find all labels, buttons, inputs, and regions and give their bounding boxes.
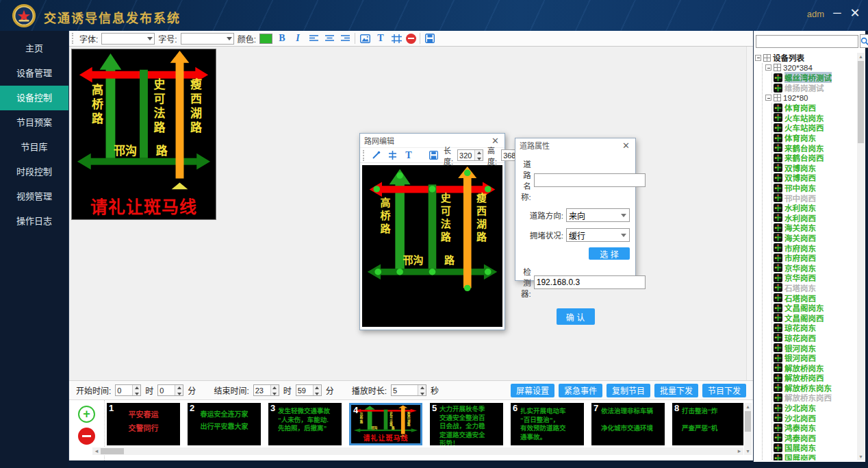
align-left-button[interactable] [307,32,320,45]
toolbar-grip[interactable] [363,150,364,161]
spin-down-icon[interactable] [133,391,140,396]
save-button[interactable] [424,32,436,45]
device-search-button[interactable] [860,34,868,48]
spin-up-icon[interactable] [314,385,321,391]
add-node-button[interactable] [386,149,398,162]
device-tree-item[interactable]: 鸿泰岗西 [774,433,856,443]
playlist-vertical-scrollbar[interactable]: ▴ ▾ [744,403,752,455]
sidebar-item-device-control[interactable]: 设备控制 [0,86,68,110]
draw-road-button[interactable] [370,149,382,162]
scroll-right-icon[interactable]: ▸ [735,447,743,455]
italic-button[interactable]: I [292,32,304,45]
spin-down-icon[interactable] [314,391,321,396]
spin-down-icon[interactable] [475,156,483,161]
sidebar-item-program-library[interactable]: 节目库 [0,135,68,160]
color-swatch[interactable] [259,34,272,44]
device-tree-item[interactable]: 水利岗东 [774,203,856,213]
start-minute-spinner[interactable]: 0 [157,384,183,396]
close-button[interactable]: ✕ [847,5,863,21]
batch-send-button[interactable]: 批量下发 [654,384,698,397]
road-name-field[interactable] [534,173,646,187]
spin-up-icon[interactable] [175,385,183,391]
toolbar-grip[interactable] [72,33,75,44]
confirm-button[interactable]: 确 认 [557,308,595,325]
device-tree-item[interactable]: 银河岗东 [774,343,856,353]
device-tree-item[interactable]: 文昌阁岗西 [774,312,856,323]
road-direction-select[interactable]: 来向 [566,208,630,222]
end-hour-spinner[interactable]: 23 [253,384,279,396]
program-thumbnail-1[interactable]: 1 平安春运 交警同行 [107,403,180,445]
sidebar-item-operation-log[interactable]: 操作日志 [0,209,68,234]
device-tree-item[interactable]: 解放桥岗西 [774,373,856,383]
editor-save-button[interactable] [427,149,439,162]
device-tree-item[interactable]: 火车站岗东 [774,113,856,123]
insert-image-button[interactable] [359,32,371,45]
spin-up-icon[interactable] [418,385,426,391]
copy-program-button[interactable]: 复制节目 [607,384,650,397]
device-tree-item[interactable]: 双博岗西 [774,173,856,183]
device-group-320x384[interactable]: 320*384 [765,63,856,73]
dialog-titlebar[interactable]: 道路属性 ✕ [515,138,635,152]
sidebar-item-device-management[interactable]: 设备管理 [0,61,68,86]
insert-text-button[interactable]: T [374,32,387,45]
canvas-vertical-scrollbar[interactable] [746,47,753,380]
device-tree-item[interactable]: 体育岗西 [774,103,856,113]
program-thumbnail-3[interactable]: 3 发生轻微交通事故 “人未伤，车能动. 先拍照，后撤离” [268,403,342,445]
screen-settings-button[interactable]: 屏幕设置 [511,384,554,397]
align-right-button[interactable] [339,32,351,45]
sidebar-item-home[interactable]: 主页 [0,36,68,61]
play-duration-spinner[interactable]: 5 [391,384,426,396]
scrollbar-thumb[interactable] [101,448,124,454]
program-thumbnail-5[interactable]: 5 大力开展秋冬季 交通安全整治百 日会战，全力稳 定道路交通安全 形势！ [430,403,503,445]
sidebar-item-program-plan[interactable]: 节目预案 [0,110,68,135]
device-tree-item[interactable]: 双博岗东 [774,163,856,173]
scroll-down-icon[interactable]: ▾ [857,453,865,460]
congestion-select[interactable]: 缓行 [566,228,630,242]
editor-text-button[interactable]: T [403,149,415,162]
sidebar-item-timeslot-control[interactable]: 时段控制 [0,160,68,184]
device-search-input[interactable] [756,35,858,48]
playlist-horizontal-scrollbar[interactable]: ◂ ▸ [92,447,743,455]
scroll-left-icon[interactable]: ◂ [92,447,101,455]
device-tree-item[interactable]: 石塔岗东 [774,283,856,293]
device-tree-item[interactable]: 市府岗东 [774,243,856,253]
device-tree-item[interactable]: 维扬岗测试 [774,83,856,93]
device-tree-item[interactable]: 螺丝湾桥测试 [774,73,856,83]
device-tree-item[interactable]: 来鹤台岗西 [774,153,856,163]
program-thumbnail-4[interactable]: 高桥路 史可法路 瘦西湖路 邗沟 路 请礼让斑马线 4 [349,403,422,445]
sidebar-item-video-management[interactable]: 视频管理 [0,184,68,209]
align-center-button[interactable] [323,32,335,45]
add-program-button[interactable]: + [78,406,95,423]
minimize-button[interactable]: ─ [830,5,845,21]
device-tree-item[interactable]: 国展岗西 [774,453,856,460]
spin-up-icon[interactable] [271,385,279,391]
program-thumbnail-8[interactable]: 8 打击整治“炸 严查严惩“机 [672,403,743,445]
scroll-up-icon[interactable]: ▴ [744,403,752,410]
device-tree-item[interactable]: 沙北岗东 [774,403,856,413]
device-tree-item[interactable]: 银河岗西 [774,353,856,363]
program-thumbnail-7[interactable]: 7 依法治理非标车辆 净化城市交通环境 [591,403,665,445]
program-thumbnail-2[interactable]: 2 春运安全连万家 出行平安靠大家 [188,403,261,445]
emergency-event-button[interactable]: 紧急事件 [559,384,602,397]
device-group-192x80[interactable]: 192*80 [765,93,856,103]
road-network-button[interactable] [390,32,403,45]
spin-up-icon[interactable] [475,150,483,156]
logged-in-user[interactable]: adm [807,9,824,19]
device-tree-item[interactable]: 石塔岗西 [774,293,856,303]
program-thumbnail-6[interactable]: 6 扎实开展电动车 “百日整治”， 有效预防道路交 通事故。 [511,403,584,445]
bold-button[interactable]: B [276,32,288,45]
program-preview-panel[interactable]: 高桥路 史可法路 瘦西湖路 邗沟 路 请礼让斑马线 [71,49,216,220]
road-network-edit-canvas[interactable]: 高桥路 史可法路 瘦西湖路 邗沟 路 请礼让斑马线 [362,165,502,327]
device-tree-item[interactable]: 体育岗东 [774,133,856,143]
device-tree-item[interactable]: 琼花岗西 [774,333,856,343]
device-tree-item[interactable]: 沙北岗西 [774,412,856,423]
device-tree-item[interactable]: 国展岗东 [774,443,856,453]
device-tree-item[interactable]: 京华岗西 [774,273,856,283]
spin-up-icon[interactable] [133,385,140,391]
device-tree-scrollbar[interactable]: ▴ ▾ [857,53,865,460]
remove-program-button[interactable] [78,428,95,445]
device-tree-item[interactable]: 邗中岗东 [774,183,856,193]
spin-down-icon[interactable] [271,391,279,396]
select-detector-button[interactable]: 选 择 [589,247,630,260]
start-hour-spinner[interactable]: 0 [115,384,141,396]
